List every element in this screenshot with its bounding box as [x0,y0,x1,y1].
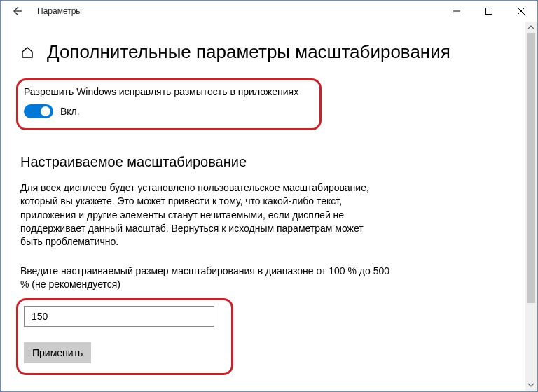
fix-blur-label: Разрешить Windows исправлять размытость … [24,86,310,97]
fix-blur-toggle-state: Вкл. [60,106,80,117]
maximize-button[interactable] [473,1,505,22]
scroll-down-button[interactable] [525,379,537,391]
chevron-down-icon [528,382,534,388]
titlebar: Параметры [1,1,537,22]
scrollbar-thumb[interactable] [527,33,535,303]
chevron-up-icon [528,24,534,30]
minimize-icon [453,8,460,15]
toggle-knob [41,106,50,116]
annotation-highlight-1: Разрешить Windows исправлять размытость … [16,78,322,130]
svg-rect-0 [486,8,492,15]
page-header: Дополнительные параметры масштабирования [20,41,518,63]
custom-scaling-description: Для всех дисплеев будет установлено поль… [20,181,378,249]
arrow-left-icon [11,6,22,17]
close-button[interactable] [505,1,537,22]
apply-button[interactable]: Применить [24,342,91,363]
minimize-button[interactable] [441,1,473,22]
vertical-scrollbar[interactable] [525,22,537,391]
page-title: Дополнительные параметры масштабирования [47,41,450,63]
home-button[interactable] [20,46,34,59]
custom-scaling-heading: Настраиваемое масштабирование [20,154,518,170]
scrollbar-track[interactable] [525,33,537,379]
content-area: Дополнительные параметры масштабирования… [1,22,537,375]
back-button[interactable] [1,1,33,22]
window-title: Параметры [37,6,82,16]
maximize-icon [485,8,492,15]
fix-blur-toggle-row: Вкл. [24,104,310,118]
settings-window: Параметры Дополнительные параметры масшт… [0,0,538,392]
custom-scaling-prompt: Введите настраиваемый размер масштабиров… [20,265,392,292]
fix-blur-toggle[interactable] [24,104,53,118]
custom-scale-input[interactable] [24,306,214,327]
close-icon [518,8,525,15]
annotation-highlight-2: Применить [16,298,233,375]
home-icon [20,46,34,59]
scroll-up-button[interactable] [525,22,537,33]
